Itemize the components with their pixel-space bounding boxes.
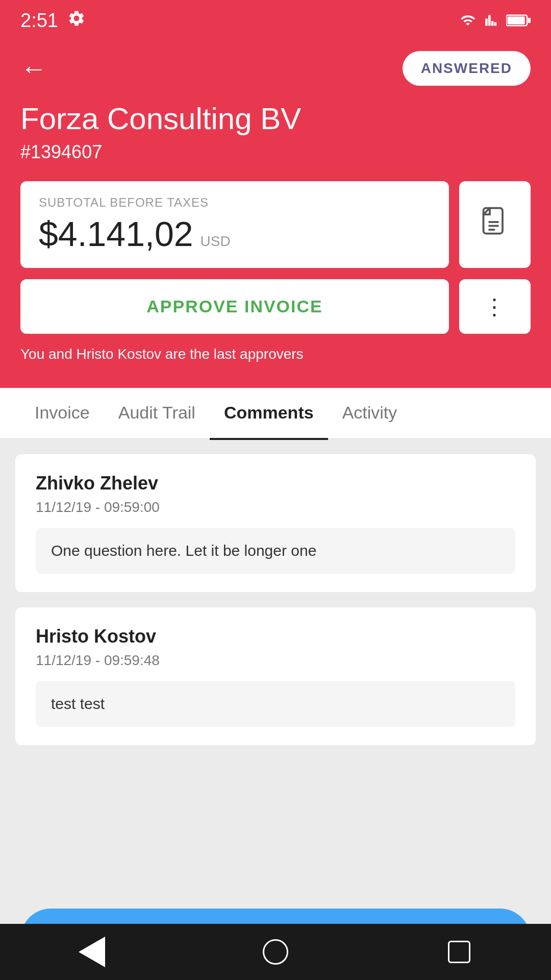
- comment-author-1: Zhivko Zhelev: [36, 473, 515, 494]
- invoice-number: #1394607: [20, 141, 531, 163]
- more-options-button[interactable]: ⋮: [459, 279, 531, 334]
- document-button[interactable]: [459, 181, 531, 268]
- comment-text-1: One question here. Let it be longer one: [51, 542, 316, 559]
- comment-timestamp-1: 11/12/19 - 09:59:00: [36, 499, 515, 516]
- comment-author-2: Hristo Kostov: [36, 626, 515, 647]
- tab-invoice[interactable]: Invoice: [20, 387, 104, 440]
- back-button[interactable]: ←: [20, 55, 47, 82]
- comment-card-2: Hristo Kostov 11/12/19 - 09:59:48 test t…: [15, 607, 536, 745]
- comments-section: Zhivko Zhelev 11/12/19 - 09:59:00 One qu…: [0, 439, 551, 898]
- approve-button-label: APPROVE INVOICE: [146, 297, 323, 316]
- approve-row: APPROVE INVOICE ⋮: [20, 279, 531, 334]
- svg-rect-1: [508, 16, 525, 24]
- comment-bubble-2: test test: [36, 681, 515, 727]
- comment-timestamp-2: 11/12/19 - 09:59:48: [36, 652, 515, 669]
- comment-bubble-1: One question here. Let it be longer one: [36, 528, 515, 574]
- status-icons: [458, 13, 531, 28]
- more-dots-icon: ⋮: [483, 293, 507, 320]
- tab-comments[interactable]: Comments: [210, 387, 328, 440]
- settings-icon: [67, 9, 86, 32]
- nav-bar: [0, 924, 551, 980]
- comment-card-1: Zhivko Zhelev 11/12/19 - 09:59:00 One qu…: [15, 454, 536, 592]
- tab-audit-trail[interactable]: Audit Trail: [104, 387, 210, 440]
- tabs-container: Invoice Audit Trail Comments Activity: [0, 388, 551, 439]
- approvers-text: You and Hristo Kostov are the last appro…: [20, 346, 531, 362]
- currency-label: USD: [201, 233, 231, 250]
- subtotal-amount: $4.141,02: [39, 214, 193, 254]
- tab-activity[interactable]: Activity: [328, 387, 412, 440]
- header: ← ANSWERED Forza Consulting BV #1394607 …: [0, 41, 551, 388]
- svg-rect-2: [528, 18, 531, 23]
- approve-button[interactable]: APPROVE INVOICE: [20, 279, 449, 334]
- subtotal-card: SUBTOTAL BEFORE TAXES $4.141,02 USD: [20, 181, 449, 268]
- company-name: Forza Consulting BV: [20, 101, 531, 136]
- status-bar: 2:51: [0, 0, 551, 41]
- subtotal-label: SUBTOTAL BEFORE TAXES: [39, 195, 431, 210]
- action-row: SUBTOTAL BEFORE TAXES $4.141,02 USD: [20, 181, 531, 268]
- answered-badge: ANSWERED: [403, 51, 531, 86]
- recents-nav-button[interactable]: [444, 937, 474, 967]
- back-nav-button[interactable]: [77, 937, 107, 967]
- home-nav-button[interactable]: [260, 937, 291, 967]
- comment-text-2: test test: [51, 695, 105, 712]
- status-time: 2:51: [20, 10, 58, 32]
